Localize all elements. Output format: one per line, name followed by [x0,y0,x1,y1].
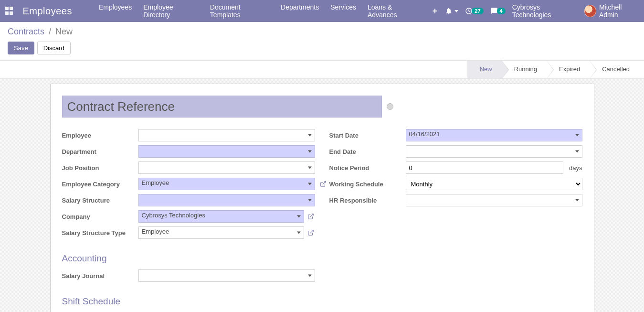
field-end-date: End Date [329,145,582,158]
company-switcher[interactable]: Cybrosys Technologies [512,3,578,19]
breadcrumb-current: New [55,27,73,36]
chevron-down-icon [575,134,579,137]
section-title-shift: Shift Schedule [62,296,582,307]
form-sheet: Employee Department [50,84,594,312]
working-schedule-select[interactable]: Monthly [406,178,582,190]
job-position-dropdown[interactable] [138,161,315,174]
salary-journal-label: Salary Journal [62,272,138,280]
nav-link-directory[interactable]: Employee Directory [138,0,203,22]
start-date-input[interactable]: 04/16/2021 [406,129,582,141]
nav-links: Employees Employee Directory Document Te… [94,0,425,22]
contract-reference-input[interactable] [62,96,382,118]
notice-period-input[interactable] [406,161,564,174]
status-step-new[interactable]: New [467,61,502,78]
company-label: Company [62,213,138,220]
field-employee-category: Employee Category Employee [62,178,315,190]
discuss-icon[interactable]: 4 [490,7,506,15]
nav-link-doc-templates[interactable]: Document Templates [205,0,274,22]
notice-period-suffix: days [569,164,582,172]
salary-structure-type-value: Employee [142,228,169,235]
employee-category-value: Employee [142,179,169,186]
app-brand: Employees [23,6,72,17]
nav-link-services[interactable]: Services [326,0,361,22]
field-working-schedule: Working Schedule Monthly [329,178,582,190]
breadcrumb: Contracts / New [8,27,636,37]
job-position-label: Job Position [62,164,138,172]
employee-dropdown[interactable] [138,129,315,141]
discuss-badge: 4 [497,8,506,14]
salary-structure-dropdown[interactable] [138,194,315,206]
start-date-label: Start Date [329,132,406,139]
user-menu[interactable]: Mitchell Admin [584,3,640,19]
main-navbar: Employees Employees Employee Directory D… [0,0,644,22]
employee-label: Employee [62,132,138,139]
form-col-right: Start Date 04/16/2021 End Date [329,129,582,243]
end-date-input[interactable] [406,145,582,158]
salary-structure-label: Salary Structure [62,197,138,204]
chevron-down-icon [575,199,579,202]
field-start-date: Start Date 04/16/2021 [329,129,582,141]
chevron-down-icon [297,232,301,234]
apps-icon[interactable] [4,5,15,17]
field-hr-responsible: HR Responsible [329,194,582,206]
notice-period-label: Notice Period [329,164,406,172]
title-row [62,96,582,118]
sheet-background: Employee Department [0,79,644,312]
field-salary-journal: Salary Journal [62,269,315,282]
nav-link-loans[interactable]: Loans & Advances [363,0,425,22]
department-dropdown[interactable] [138,145,315,158]
company-dropdown[interactable]: Cybrosys Technologies [138,210,304,223]
external-link-icon[interactable] [307,228,315,237]
accounting-row: Salary Journal [62,269,582,286]
activity-icon[interactable]: 27 [465,7,483,15]
kanban-color-dot[interactable] [387,103,393,110]
working-schedule-label: Working Schedule [329,181,406,188]
nav-right: 27 4 Cybrosys Technologies Mitchell Admi… [445,3,640,19]
chevron-down-icon [308,134,312,137]
notifications-icon[interactable] [445,7,458,15]
section-title-accounting: Accounting [62,253,582,264]
chevron-down-icon [575,151,579,153]
employee-category-label: Employee Category [62,181,138,188]
field-employee: Employee [62,129,315,141]
chevron-down-icon [308,183,312,185]
field-job-position: Job Position [62,161,315,174]
salary-structure-type-label: Salary Structure Type [62,229,138,237]
end-date-label: End Date [329,148,406,155]
employee-category-dropdown[interactable]: Employee [138,178,315,190]
field-company: Company Cybrosys Technologies [62,210,315,223]
external-link-icon[interactable] [319,180,327,188]
company-value: Cybrosys Technologies [142,212,205,219]
action-buttons: Save Discard [8,42,636,54]
department-label: Department [62,148,138,155]
start-date-value: 04/16/2021 [409,130,440,138]
discard-button[interactable]: Discard [37,42,71,54]
user-name: Mitchell Admin [599,3,640,19]
chevron-down-icon [308,199,312,202]
status-step-cancelled[interactable]: Cancelled [590,61,639,78]
control-bar: Contracts / New Save Discard [0,22,644,61]
field-salary-structure-type: Salary Structure Type Employee [62,226,315,239]
hr-responsible-label: HR Responsible [329,197,406,204]
breadcrumb-root[interactable]: Contracts [8,27,44,36]
external-link-icon[interactable] [307,212,315,221]
chevron-down-icon [308,151,312,153]
salary-structure-type-dropdown[interactable]: Employee [138,226,304,239]
avatar [584,5,596,17]
activity-badge: 27 [472,8,483,14]
chevron-down-icon [297,215,301,218]
statusbar: New Running Expired Cancelled [0,61,644,79]
breadcrumb-sep: / [49,27,51,36]
form-main-row: Employee Department [62,129,582,243]
chevron-down-icon [454,10,458,12]
chevron-down-icon [308,275,312,277]
salary-journal-dropdown[interactable] [138,269,315,282]
form-col-left: Employee Department [62,129,315,243]
nav-add-icon[interactable]: + [428,6,443,16]
save-button[interactable]: Save [8,42,34,54]
field-notice-period: Notice Period days [329,161,582,174]
nav-link-employees[interactable]: Employees [94,0,137,22]
chevron-down-icon [308,167,312,169]
hr-responsible-dropdown[interactable] [406,194,582,206]
nav-link-departments[interactable]: Departments [276,0,324,22]
